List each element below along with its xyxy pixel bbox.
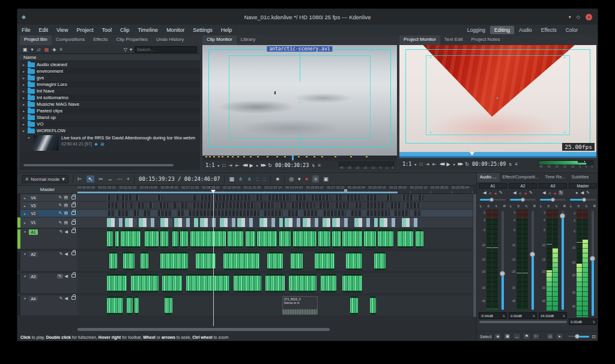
speaker-icon[interactable]: ◀: [65, 296, 68, 301]
timeline-clip[interactable]: [109, 252, 117, 270]
timeline-clip[interactable]: [291, 252, 303, 270]
chevron-down-icon[interactable]: ▾: [414, 162, 416, 166]
volume-knob[interactable]: [560, 213, 565, 219]
edit-icon[interactable]: ✎: [59, 203, 62, 208]
chevron-down-icon[interactable]: ▾: [453, 162, 455, 166]
tab-compositions[interactable]: Compositions: [52, 35, 89, 45]
timeline-clip[interactable]: [263, 210, 283, 216]
track-target-indicator[interactable]: [17, 296, 20, 315]
track-head-a2[interactable]: ▾A2✎◀: [17, 251, 77, 271]
timeline-clip[interactable]: [174, 218, 198, 227]
pan-knob[interactable]: [582, 198, 586, 202]
mark-out-icon[interactable]: ⇤: [235, 163, 240, 168]
maximize-icon[interactable]: ◇: [577, 14, 580, 20]
project-monitor-timecode[interactable]: 00:09:25:09: [472, 161, 506, 167]
balance-spinner[interactable]: ⇅: [525, 204, 527, 208]
timeline-clip[interactable]: [405, 202, 421, 208]
composition-icon[interactable]: ⋔: [238, 176, 243, 182]
filter-icon[interactable]: ▽: [124, 47, 127, 52]
tag-icon[interactable]: ◈: [52, 47, 56, 52]
rewind-icon[interactable]: ◀◀: [440, 162, 444, 166]
timeline-clip[interactable]: [287, 210, 299, 216]
timeline-clip[interactable]: [159, 202, 168, 208]
timeline-horizontal-scrollbar[interactable]: [77, 328, 330, 331]
edit-mode-select[interactable]: ≡ Normal mode ▾: [22, 175, 68, 183]
razor-tool-icon[interactable]: ✂: [98, 176, 103, 182]
chevron-right-icon[interactable]: ▸: [23, 196, 27, 200]
mark-in-icon[interactable]: ⇥: [228, 163, 232, 168]
track-target-indicator[interactable]: [17, 217, 20, 228]
tab-subtitles[interactable]: Subtitles: [569, 173, 592, 182]
timeline-clip[interactable]: [172, 202, 177, 208]
track-target-indicator[interactable]: [17, 194, 20, 201]
tab-clip-properties[interactable]: Clip Properties: [112, 35, 151, 45]
timeline-clip[interactable]: [135, 195, 139, 201]
volume-slider[interactable]: [559, 210, 566, 311]
bin-folder-row[interactable]: ▸Stand up: [20, 114, 200, 121]
chevron-down-icon[interactable]: ▾: [23, 229, 27, 234]
volume-slider[interactable]: [589, 210, 596, 317]
track-head-a1[interactable]: ▾A1✎◀: [17, 229, 77, 249]
timeline-clip[interactable]: [335, 195, 342, 201]
forward-icon[interactable]: ▶▶: [261, 163, 265, 168]
timeline-clip[interactable]: [192, 195, 196, 201]
thumbnails-icon[interactable]: ▦: [229, 176, 234, 182]
track-head-v3[interactable]: ▸V3✎▤: [17, 202, 77, 209]
timeline-clip[interactable]: [311, 195, 330, 201]
bin-clip-row[interactable]: ▸ Live tours of the RRS Sir David Attenb…: [20, 134, 200, 152]
volume-knob[interactable]: [530, 252, 535, 257]
zoom-level[interactable]: 1:1: [402, 161, 411, 167]
zone-icon[interactable]: □: [222, 163, 225, 168]
timeline-clip[interactable]: [378, 229, 393, 248]
timeline-clip[interactable]: [165, 296, 172, 315]
record-icon[interactable]: ●: [554, 191, 556, 195]
lock-icon[interactable]: [71, 221, 76, 225]
fit-zoom-icon[interactable]: ⊡: [592, 334, 596, 339]
track-lane-a1[interactable]: [77, 229, 473, 249]
chevron-right-icon[interactable]: ▸: [22, 62, 26, 67]
track-head-v2[interactable]: ▸V2✎▤: [17, 210, 77, 217]
chev-icon[interactable]: ▸: [576, 190, 578, 195]
speaker-icon[interactable]: ◀: [65, 252, 68, 256]
lock-icon[interactable]: [71, 274, 76, 278]
record-icon[interactable]: ●: [494, 191, 497, 195]
menu-settings[interactable]: Settings: [189, 27, 217, 33]
timeline-clip[interactable]: [393, 210, 409, 216]
timeline-clip[interactable]: [402, 218, 422, 227]
mark-out-icon[interactable]: ⇤: [432, 162, 437, 167]
pencil-icon[interactable]: ✎: [529, 190, 533, 195]
timeline-clip[interactable]: [366, 202, 386, 208]
edit-icon[interactable]: ✎: [59, 229, 63, 234]
timeline-clip[interactable]: [143, 210, 151, 216]
lock-icon[interactable]: [71, 252, 76, 255]
timeline-clip[interactable]: [366, 195, 378, 201]
record-target-icon[interactable]: ◎: [289, 176, 294, 182]
lock-icon[interactable]: [71, 296, 76, 300]
timeline-clip[interactable]: [279, 229, 291, 248]
timeline-clip[interactable]: [321, 274, 336, 293]
volume-slider[interactable]: [498, 210, 506, 311]
track-target-indicator[interactable]: [17, 210, 20, 217]
timeline-clip[interactable]: [192, 202, 255, 208]
timeline-clip[interactable]: [289, 274, 317, 293]
menu-file[interactable]: File: [17, 27, 35, 33]
timeline-clip[interactable]: [370, 296, 376, 315]
menu-view[interactable]: View: [52, 27, 72, 33]
bin-folder-row[interactable]: ▸VO: [20, 121, 200, 127]
chevron-right-icon[interactable]: ▸: [22, 69, 26, 73]
chevron-down-icon[interactable]: ▾: [23, 252, 27, 256]
timeline-clip[interactable]: [346, 252, 362, 270]
chevron-down-icon[interactable]: ▾: [256, 163, 258, 168]
delete-icon[interactable]: ▦: [44, 47, 49, 52]
mark-in-icon[interactable]: ⇥: [425, 162, 429, 167]
timeline-clip[interactable]: [350, 296, 358, 315]
timeline-clip[interactable]: [366, 210, 389, 216]
chevron-down-icon[interactable]: ▾: [23, 296, 27, 300]
timeline-clip[interactable]: [177, 210, 184, 216]
chevron-right-icon[interactable]: ▸: [22, 76, 26, 80]
chevron-right-icon[interactable]: ▸: [27, 135, 31, 151]
timeline-clip[interactable]: [190, 229, 226, 248]
track-lane-a3[interactable]: [77, 273, 473, 293]
timeline-clip[interactable]: [107, 274, 127, 293]
pan-slider[interactable]: [539, 197, 567, 202]
